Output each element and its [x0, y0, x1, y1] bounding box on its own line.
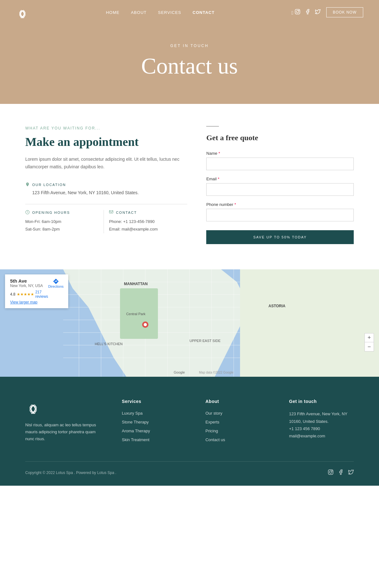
- svg-text:Google: Google: [174, 370, 185, 374]
- right-column: Get a free quote Name * Email * Phone nu…: [206, 126, 354, 244]
- map-card-location: New York, NY, USA: [10, 284, 48, 288]
- name-input[interactable]: [206, 158, 354, 170]
- navbar: HOME ABOUT SERVICES CONTACT  BOOK NOW: [0, 0, 379, 25]
- email-input[interactable]: [206, 183, 354, 196]
- footer-contact-column: Get in touch 123 Fifth Avenue, New York,…: [289, 399, 354, 446]
- footer-service-skin-treatment[interactable]: Skin Treatment: [122, 437, 149, 442]
- footer-copyright: Copyright © 2022 Lotus Spa . Powered by …: [25, 471, 116, 475]
- map-card-title: 5th Ave: [10, 278, 48, 284]
- footer-divider: [25, 461, 354, 462]
- svg-text:Central Park: Central Park: [126, 312, 146, 316]
- map-container[interactable]: Central Park MANHATTAN ASTORIA UPPER EAS…: [0, 269, 379, 377]
- footer-facebook-icon[interactable]: [338, 469, 344, 476]
- facebook-icon[interactable]: [305, 9, 310, 16]
- footer-twitter-icon[interactable]: [348, 469, 354, 476]
- footer-about-column: About Our story Experts Pricing Contact …: [205, 399, 270, 446]
- hero-banner: GET IN TOUCH Contact us: [0, 25, 379, 104]
- svg-point-2: [19, 10, 26, 18]
- twitter-icon[interactable]: [315, 9, 321, 16]
- footer-logo: [25, 399, 41, 415]
- contact-phone: Phone: +1 123-456-7890: [109, 218, 182, 226]
- nav-social-icons: : [292, 9, 321, 16]
- directions-label: Directions: [48, 285, 63, 288]
- left-column: WHAT ARE YOU WAITING FOR... Make an appo…: [25, 126, 187, 244]
- footer-about-our-story[interactable]: Our story: [205, 411, 222, 416]
- email-label: Email *: [206, 177, 354, 181]
- phone-field-group: Phone number *: [206, 202, 354, 221]
- footer-contact-email: mail@example.com: [289, 432, 354, 440]
- email-field-group: Email *: [206, 177, 354, 196]
- location-pin-icon: [25, 182, 30, 188]
- contact-label: CONTACT: [116, 211, 137, 214]
- footer-contact-title: Get in touch: [289, 399, 354, 404]
- footer-instagram-icon[interactable]: [328, 469, 334, 476]
- map-rating-value: 4.8: [10, 292, 15, 297]
- nav-right:  BOOK NOW: [292, 7, 363, 17]
- map-stars: ★★★★★: [17, 292, 34, 297]
- phone-input[interactable]: [206, 209, 354, 221]
- footer-top: Nisl risus, aliquam ac leo tellus tempus…: [25, 399, 354, 446]
- nav-about[interactable]: ABOUT: [131, 10, 147, 15]
- book-now-button[interactable]: BOOK NOW: [326, 7, 363, 17]
- contact-email: Email: mail@example.com: [109, 225, 182, 233]
- footer-social-icons: [328, 469, 354, 476]
- nav-services[interactable]: SERVICES: [158, 10, 181, 15]
- svg-point-36: [144, 323, 147, 326]
- name-label: Name *: [206, 151, 354, 156]
- hero-title: Contact us: [16, 54, 363, 79]
- directions-button[interactable]: Directions: [48, 278, 63, 288]
- form-divider: [206, 126, 219, 127]
- svg-rect-29: [240, 269, 379, 377]
- footer: Nisl risus, aliquam ac leo tellus tempus…: [0, 377, 379, 486]
- location-address: 123 Fifth Avenue, New York, NY 10160, Un…: [25, 190, 187, 195]
- svg-point-0: [21, 11, 24, 17]
- footer-services-title: Services: [122, 399, 187, 404]
- zoom-out-button[interactable]: −: [365, 342, 374, 351]
- footer-service-aroma-therapy[interactable]: Aroma Therapy: [122, 429, 150, 433]
- name-field-group: Name *: [206, 151, 354, 170]
- map-zoom-controls: + −: [364, 333, 374, 351]
- phone-label: Phone number *: [206, 202, 354, 207]
- svg-text:MANHATTAN: MANHATTAN: [124, 282, 148, 286]
- footer-about-pricing[interactable]: Pricing: [205, 429, 218, 433]
- svg-text:Map data ©2022 Google: Map data ©2022 Google: [199, 371, 234, 374]
- svg-text:HELL'S KITCHEN: HELL'S KITCHEN: [95, 342, 123, 346]
- svg-rect-45: [328, 470, 333, 475]
- footer-bottom: Copyright © 2022 Lotus Spa . Powered by …: [25, 469, 354, 476]
- submit-button[interactable]: SAVE UP TO 50% TODAY: [206, 230, 354, 244]
- instagram-icon[interactable]: : [292, 9, 300, 16]
- map-info-card: 5th Ave New York, NY, USA 4.8 ★★★★★ 217 …: [5, 274, 68, 308]
- footer-service-stone-therapy[interactable]: Stone Therapy: [122, 420, 149, 424]
- footer-services-column: Services Luxury Spa Stone Therapy Aroma …: [122, 399, 187, 446]
- location-section: OUR LOCATION 123 Fifth Avenue, New York,…: [25, 182, 187, 195]
- map-section: Central Park MANHATTAN ASTORIA UPPER EAS…: [0, 269, 379, 377]
- hours-contact-grid: OPENING HOURS Mon-Fri: 6am-10pm Sat-Sun:…: [25, 210, 187, 233]
- clock-icon: [25, 210, 30, 215]
- nav-contact[interactable]: CONTACT: [193, 10, 215, 15]
- logo[interactable]: [16, 6, 29, 19]
- main-content: WHAT ARE YOU WAITING FOR... Make an appo…: [0, 104, 379, 269]
- hero-subtitle: GET IN TOUCH: [16, 44, 363, 48]
- footer-about-contact[interactable]: Contact us: [205, 437, 225, 442]
- location-label: OUR LOCATION: [32, 183, 66, 187]
- footer-about-experts[interactable]: Experts: [205, 420, 219, 424]
- nav-links: HOME ABOUT SERVICES CONTACT: [106, 9, 214, 15]
- svg-text:UPPER EAST SIDE: UPPER EAST SIDE: [190, 339, 220, 343]
- divider: [25, 204, 187, 204]
- footer-service-luxury-spa[interactable]: Luxury Spa: [122, 411, 143, 416]
- view-larger-map-link[interactable]: View larger map: [10, 300, 48, 304]
- nav-home[interactable]: HOME: [106, 10, 119, 15]
- svg-point-46: [329, 471, 332, 473]
- footer-brand-text: Nisl risus, aliquam ac leo tellus tempus…: [25, 422, 103, 442]
- map-reviews: 217 reviews: [35, 290, 48, 299]
- zoom-in-button[interactable]: +: [365, 333, 374, 342]
- hours-label: OPENING HOURS: [32, 211, 70, 214]
- svg-point-47: [332, 471, 332, 471]
- hours-weekend: Sat-Sun: 8am-2pm: [25, 225, 99, 233]
- footer-about-title: About: [205, 399, 270, 404]
- footer-contact-address: 123 Fifth Avenue, New York, NY 10160, Un…: [289, 410, 354, 425]
- footer-brand: Nisl risus, aliquam ac leo tellus tempus…: [25, 399, 103, 446]
- footer-about-list: Our story Experts Pricing Contact us: [205, 410, 270, 442]
- hours-weekday: Mon-Fri: 6am-10pm: [25, 218, 99, 226]
- svg-text:ASTORIA: ASTORIA: [268, 304, 286, 308]
